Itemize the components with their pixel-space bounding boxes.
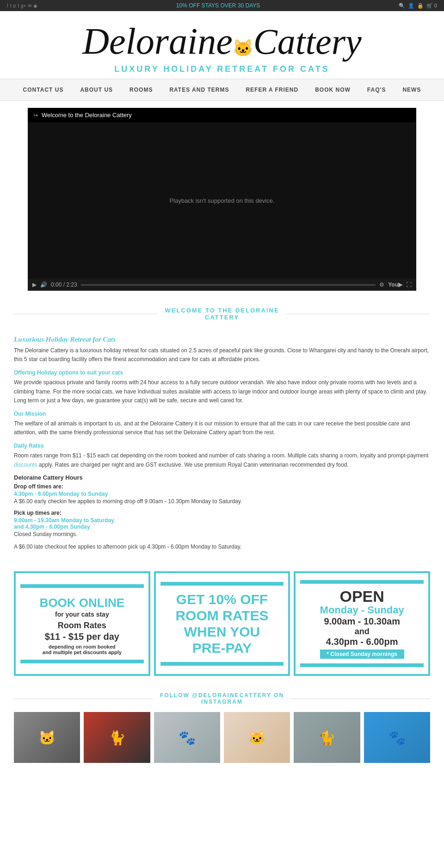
instagram-image-4[interactable]: 🐱 — [224, 712, 290, 763]
settings-icon[interactable]: ⚙ — [379, 281, 384, 288]
instagram-image-5[interactable]: 🐈 — [294, 712, 360, 763]
instagram-image-3[interactable]: 🐾 — [154, 712, 220, 763]
instagram-divider: FOLLOW @DELORAINECATTERY ONINSTAGRAM — [14, 692, 430, 705]
user-icon[interactable]: 👤 — [408, 3, 414, 9]
share-icon[interactable]: ↪ — [33, 112, 38, 119]
nav-refer-friend[interactable]: REFER A FRIEND — [237, 79, 307, 100]
nav-news[interactable]: NEWS — [394, 79, 429, 100]
nav-rates-terms[interactable]: RATES AND TERMS — [161, 79, 237, 100]
open-hours1: 9.00am - 10.30am — [320, 616, 404, 627]
video-controls: ▶ 🔊 0:00 / 2:23 ⚙ You▶ ⛶ — [28, 279, 416, 291]
video-title-bar: ↪ Welcome to the Deloraine Cattery — [28, 108, 416, 122]
cta-book-online[interactable]: BOOK ONLINE for your cats stay Room Rate… — [14, 571, 150, 676]
divider-line-right — [286, 314, 430, 314]
nav-contact-us[interactable]: CONTACT US — [15, 79, 72, 100]
top-bar: f t p t g+ ✉ ◉ 10% OFF STAYS OVER 30 DAY… — [0, 0, 444, 11]
daily-rates-text: Room rates range from $11 - $15 each cat… — [14, 451, 430, 469]
insta-placeholder-5: 🐈 — [294, 712, 360, 763]
nav-about-us[interactable]: ABOUT US — [72, 79, 121, 100]
pickup-label: Pick up times are: — [14, 510, 430, 516]
welcome-divider: WELCOME TO THE DELORAINECATTERY — [0, 295, 444, 328]
logo: Deloraine🐱Cattery — [82, 20, 361, 62]
hours-title: Deloraine Cattery Hours — [14, 474, 430, 481]
intro-text: The Deloraine Cattery is a luxurious hol… — [14, 346, 430, 364]
section2-title: Our Mission — [14, 411, 430, 417]
video-player[interactable]: ↪ Welcome to the Deloraine Cattery Playb… — [28, 108, 416, 291]
logo-area: Deloraine🐱Cattery LUXURY HOLIDAY RETREAT… — [0, 11, 444, 79]
dropoff-note: A $6.00 early checkin fee applies to mor… — [14, 497, 430, 506]
open-days: Monday - Sunday — [320, 604, 404, 616]
room-rates-label: Room Rates — [40, 621, 124, 631]
daily-rates-title: Daily Rates — [14, 443, 430, 449]
discounts-link[interactable]: discounts — [14, 462, 37, 468]
nav-faqs[interactable]: FAQ'S — [359, 79, 395, 100]
insta-divider-left — [14, 699, 153, 699]
rss-icon[interactable]: ◉ — [33, 3, 37, 8]
cta-top-bar2 — [160, 582, 284, 586]
youtube-logo: You▶ — [388, 281, 402, 288]
google-icon[interactable]: g+ — [21, 3, 26, 8]
insta-placeholder-3: 🐾 — [154, 712, 220, 763]
email-icon[interactable]: ✉ — [28, 3, 31, 8]
section1-title: Offering Holiday options to suit your ca… — [14, 369, 430, 376]
open-hours2: 4.30pm - 6.00pm — [320, 637, 404, 647]
video-title: Welcome to the Deloraine Cattery — [42, 112, 132, 119]
search-icon[interactable]: 🔍 — [399, 3, 405, 9]
pickup-times: 9.00am - 19.30am Monday to Saturdayand 4… — [14, 517, 430, 530]
insta-placeholder-2: 🐈 — [84, 712, 150, 763]
cta-open-hours: OPEN Monday - Sunday 9.00am - 10.30am an… — [294, 571, 430, 676]
welcome-title: WELCOME TO THE DELORAINECATTERY — [165, 307, 279, 321]
insta-placeholder-4: 🐱 — [224, 712, 290, 763]
instagram-image-6[interactable]: 🐾 — [364, 712, 430, 763]
insta-placeholder-6: 🐾 — [364, 712, 430, 763]
social-icons-left: f t p t g+ ✉ ◉ — [7, 3, 37, 8]
video-playback-message: Playback isn't supported on this device. — [169, 197, 274, 204]
open-label: OPEN — [320, 588, 404, 604]
rates-note: depending on room bookedand multiple pet… — [40, 644, 124, 655]
open-and: and — [320, 627, 404, 637]
cta-discount: GET 10% OFF ROOM RATES WHEN YOU PRE-PAY — [154, 571, 290, 676]
fullscreen-button[interactable]: ⛶ — [406, 281, 412, 288]
facebook-icon[interactable]: f — [7, 3, 8, 8]
lock-icon[interactable]: 🔒 — [417, 3, 424, 9]
dropoff-label: Drop off times are: — [14, 483, 430, 490]
section2-text: The welfare of all animals is important … — [14, 419, 430, 437]
top-right-icons: 🔍 👤 🔒 🛒 0 — [399, 3, 437, 9]
nav-rooms[interactable]: ROOMS — [121, 79, 161, 100]
insta-placeholder-1: 🐱 — [14, 712, 80, 763]
section1-text: We provide spacious private and family r… — [14, 378, 430, 405]
cta-section: BOOK ONLINE for your cats stay Room Rate… — [0, 564, 444, 683]
logo-text-part1: Deloraine — [82, 21, 232, 62]
divider-line-left — [14, 314, 158, 314]
main-content: Luxurious Holiday Retreat for Cats The D… — [0, 328, 444, 564]
instagram-title: FOLLOW @DELORAINECATTERY ONINSTAGRAM — [160, 692, 284, 705]
cart-icon[interactable]: 🛒 0 — [426, 3, 437, 9]
discount-line1: GET 10% OFF — [175, 593, 268, 606]
insta-divider-right — [291, 699, 430, 699]
play-button[interactable]: ▶ — [32, 281, 37, 288]
main-navigation: CONTACT US ABOUT US ROOMS RATES AND TERM… — [0, 79, 444, 101]
cta-bottom-bar2 — [160, 662, 284, 666]
instagram-section: FOLLOW @DELORAINECATTERY ONINSTAGRAM 🐱 🐈… — [0, 683, 444, 768]
volume-button[interactable]: 🔊 — [40, 281, 47, 288]
discount-line2: ROOM RATES — [175, 609, 268, 623]
cta-top-bar3 — [300, 580, 424, 584]
time-display: 0:00 / 2:23 — [51, 281, 77, 288]
pickup-note: A $6.00 late checkout fee applies to aft… — [14, 543, 430, 551]
instagram-image-2[interactable]: 🐈 — [84, 712, 150, 763]
dropoff-times: 4.30pm - 6.00pm Monday to Sunday — [14, 491, 430, 497]
video-body[interactable]: Playback isn't supported on this device. — [28, 122, 416, 279]
promo-text: 10% OFF STAYS OVER 30 DAYS — [37, 2, 399, 9]
logo-subtitle: LUXURY HOLIDAY RETREAT FOR CATS — [0, 64, 444, 74]
instagram-grid: 🐱 🐈 🐾 🐱 🐈 🐾 — [14, 712, 430, 763]
instagram-image-1[interactable]: 🐱 — [14, 712, 80, 763]
cta-bottom-bar3 — [300, 663, 424, 667]
tumblr-icon[interactable]: t — [18, 3, 19, 8]
progress-bar[interactable] — [81, 284, 376, 286]
logo-text-part2: Cattery — [253, 21, 362, 62]
cta-book-title1: BOOK ONLINE — [40, 596, 124, 610]
pinterest-icon[interactable]: p — [13, 3, 16, 8]
twitter-icon[interactable]: t — [10, 3, 12, 8]
nav-book-now[interactable]: BOOK NOW — [307, 79, 359, 100]
closed-note: * Closed Sunday mornings — [320, 649, 404, 659]
